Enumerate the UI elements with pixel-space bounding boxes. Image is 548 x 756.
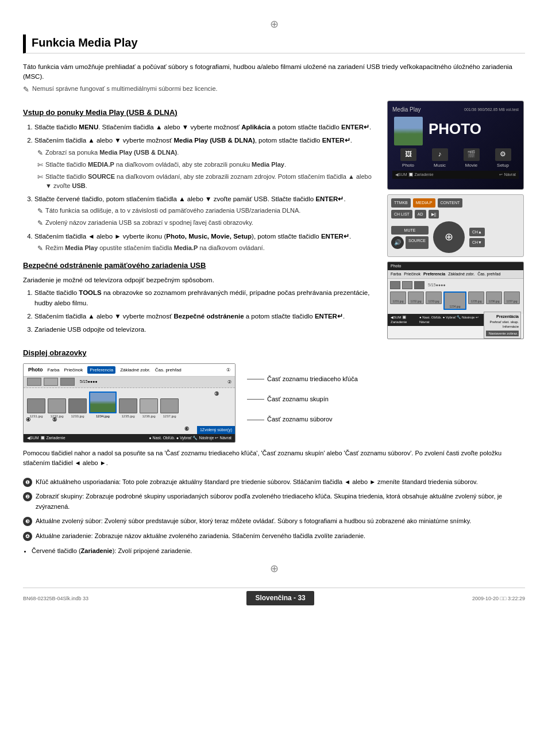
subnote-icon4: ✎ — [37, 206, 43, 216]
media-play-body: PHOTO — [392, 117, 519, 145]
subnote-icon3: ✄ — [37, 172, 43, 182]
right-column: Media Play 001/36 960/562.85 MB vol.test… — [387, 101, 525, 339]
menu-farba: Farba — [391, 271, 401, 277]
subnote-icon: ✎ — [37, 148, 43, 158]
files-area: 1231.jpg 1232.jpg 1233.jpg 1234.jpg — [24, 388, 235, 434]
nav-note: Pomocou tlačidiel nahor a nadol sa posuň… — [23, 448, 525, 469]
movie-label: Movie — [465, 162, 477, 168]
content-btn[interactable]: CONTENT — [438, 198, 463, 208]
page-number: Slovenčina - 33 — [246, 591, 314, 605]
browser-groups-row: 5/15●●●● — [390, 281, 521, 289]
mute-btn[interactable]: MUTE — [391, 226, 429, 235]
badge-3: ③ — [214, 390, 219, 398]
photo-preview — [392, 117, 424, 145]
bottom-notes: ❶ Kľúč aktuálneho usporiadania: Toto pol… — [23, 477, 525, 557]
num-badge-1: ❶ — [23, 478, 32, 487]
step-1: Stlačte tlačidlo MENU. Stlačením tlačidl… — [34, 122, 379, 132]
subnote-2c: ✄ Stlačte tlačidlo SOURCE na diaľkovom o… — [34, 172, 379, 191]
thumb-1234-selected: 1234.jpg — [443, 291, 466, 310]
photo-browser-header: Photo — [388, 262, 523, 270]
left-column: Vstup do ponuky Media Play (USB & DLNA) … — [23, 101, 379, 339]
subnote-icon5: ✎ — [37, 218, 43, 228]
note-3-text: Aktuálne zvolený súbor: Zvolený súbor pr… — [36, 516, 471, 527]
group-thumb-3 — [414, 281, 424, 289]
photo-browser-menu: Farba Priečinok Preferencia Základné zob… — [388, 270, 523, 279]
footer-tools: ● Nast. Obľúb. ● Vybrať 🔧 Nástroje ↩ Náv… — [419, 315, 481, 325]
presentation-label: Prezentácia — [486, 314, 519, 320]
note-4: ❹ Aktuálne zariadenie: Zobrazuje názov a… — [23, 531, 525, 542]
label-sorting-text: Časť zoznamu triediaceho kľúča — [267, 375, 358, 383]
footer-tools: ● Nast. Obľúb. ● Vybrať 🔧 Nástroje ↩ Náv… — [149, 435, 231, 441]
thumb-1232: 1232.jpg — [408, 291, 424, 304]
crosshair-top-icon: ⊕ — [23, 17, 525, 32]
source-btn[interactable]: SOURCE — [406, 236, 429, 249]
thumb-1231: 1231.jpg — [390, 291, 406, 304]
play-btn[interactable]: ▶|| — [429, 210, 439, 219]
note-4-text: Aktuálne zariadenie: Zobrazuje názov akt… — [36, 531, 365, 542]
step-3: Stlačte červené tlačidlo, potom stlačení… — [34, 194, 379, 228]
right-buttons: CH▲ CH▼ — [469, 228, 485, 248]
num-badge-3: ❸ — [23, 517, 32, 526]
file-1236: 1236.jpg — [140, 398, 158, 419]
file-thumbs-row: 1231.jpg 1232.jpg 1233.jpg 1234.jpg — [27, 392, 231, 419]
footer-nav: ◀SUM 🔲 Zariadenie — [391, 315, 419, 325]
intro-text: Táto funkcia vám umožňuje prehliadať a p… — [23, 62, 525, 82]
label-groups: Časť zoznamu skupín — [247, 395, 358, 404]
img-1233 — [68, 398, 87, 413]
label-1234: 1234.jpg — [96, 414, 110, 419]
menu-zakladne: Základné zobr. — [448, 271, 474, 277]
ch-up-btn[interactable]: CH▲ — [469, 228, 485, 237]
info-panel: Prezentácia Prehrať všet. skup. Informác… — [484, 312, 521, 339]
group-counter: 5/15●●●● — [428, 282, 446, 288]
file-1231: 1231.jpg — [27, 398, 45, 419]
nav-circle[interactable]: ⊕ — [433, 221, 465, 253]
mute-source-col: MUTE 🔊 SOURCE — [391, 226, 429, 250]
note-2-text: Zobraziť skupiny: Zobrazuje podrobné sku… — [36, 492, 525, 512]
label-line-1 — [247, 379, 264, 379]
mediap-btn[interactable]: MEDIA.P — [413, 198, 435, 208]
img-1234 — [89, 392, 117, 413]
photo-browser-screen: Photo Farba Priečinok Preferencia Základ… — [387, 262, 524, 339]
bullet-notes: Červené tlačidlo (Zariadenie): Zvolí pri… — [23, 546, 525, 557]
ad-btn[interactable]: AD — [415, 210, 426, 219]
displej-labels: Časť zoznamu triediaceho kľúča Časť zozn… — [247, 363, 358, 424]
group3 — [60, 378, 75, 386]
step-s3: Zariadenie USB odpojte od televízora. — [34, 325, 379, 335]
page-bottom: BN68-02325B-04Slk.indb 33 Slovenčina - 3… — [23, 588, 525, 605]
badge-2: ② — [227, 379, 231, 385]
thumb-1236: 1236.jpg — [486, 291, 502, 304]
media-play-info: 001/36 960/562.85 MB vol.test — [464, 107, 519, 113]
media-play-footer: ◀SUM 🔲 Zariadenie ↩ Návrat — [392, 171, 519, 179]
ttmkb-btn[interactable]: TTMKB — [391, 198, 411, 208]
media-play-label: Media Play — [392, 106, 420, 114]
remote-nav-area: MUTE 🔊 SOURCE ⊕ CH▲ CH▼ — [391, 221, 520, 253]
bullet-note-1: Červené tlačidlo (Zariadenie): Zvolí pri… — [32, 546, 525, 557]
photo-browser-footer: ◀SUM 🔲 Zariadenie ● Nast. Obľúb. ● Vybra… — [388, 314, 484, 326]
step-s1: Stlačte tlačidlo TOOLS na obrazovke so z… — [34, 288, 379, 308]
label-1236: 1236.jpg — [142, 414, 155, 419]
subnote-icon6: ✎ — [37, 243, 43, 254]
vol-btn[interactable]: 🔊 — [391, 236, 404, 249]
img-1235 — [119, 398, 137, 413]
group1 — [27, 378, 41, 386]
group2 — [44, 378, 58, 386]
music-icon-box: ♪ — [432, 148, 448, 161]
group-thumb-1 — [390, 281, 400, 289]
media-icon-photo: 🖼 Photo — [400, 148, 416, 168]
nav-dpad: ⊕ — [433, 221, 465, 253]
photo-label: Photo — [402, 162, 414, 168]
section1-steps: Stlačte tlačidlo MENU. Stlačením tlačidl… — [23, 122, 379, 254]
subnote-2a: ✎ Zobrazí sa ponuka Media Play (USB & DL… — [34, 148, 379, 158]
footer-date: 2009-10-20 □□ 3:22:29 — [472, 595, 525, 603]
displej-image-container: Photo Farba Priečinok Preferencia Základ… — [23, 363, 525, 443]
chlist-btn[interactable]: CH LIST — [391, 210, 412, 219]
label-1235: 1235.jpg — [121, 414, 134, 419]
note-1-text: Kľúč aktuálneho usporiadania: Toto pole … — [36, 477, 478, 488]
subnote-2b: ✄ Stlačte tlačidlo MEDIA.P na diaľkovom … — [34, 160, 379, 170]
photo-thumbnails: 1231.jpg 1232.jpg 1233.jpg 1234.jpg 1235 — [390, 291, 521, 310]
media-icons-row: 🖼 Photo ♪ Music 🎬 Movie ⚙ Setup — [392, 148, 519, 168]
setup-label: Setup — [497, 162, 509, 168]
ch-down-btn[interactable]: CH▼ — [469, 238, 485, 247]
label-groups-text: Časť zoznamu skupín — [267, 395, 329, 404]
step-2: Stlačením tlačidla ▲ alebo ▼ vyberte mož… — [34, 136, 379, 190]
